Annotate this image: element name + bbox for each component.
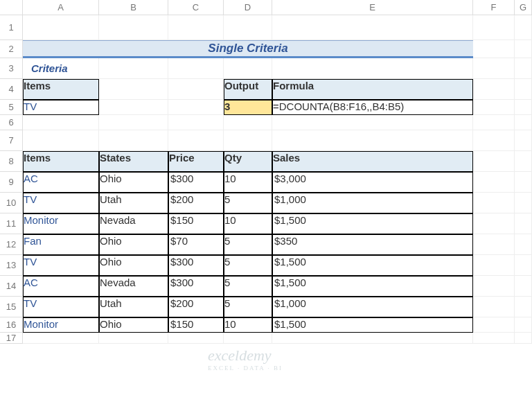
table-cell-qty[interactable]: 5 bbox=[224, 297, 272, 317]
cell[interactable] bbox=[473, 317, 515, 333]
cell[interactable] bbox=[473, 100, 515, 115]
cell[interactable] bbox=[515, 58, 532, 79]
table-cell-sales[interactable]: $3,000 bbox=[272, 172, 473, 193]
col-header-C[interactable]: C bbox=[168, 0, 224, 15]
cell[interactable] bbox=[23, 15, 99, 40]
cell[interactable] bbox=[473, 297, 515, 317]
table-cell-sales[interactable]: $1,500 bbox=[272, 255, 473, 276]
cell[interactable] bbox=[168, 100, 224, 115]
col-header-B[interactable]: B bbox=[99, 0, 168, 15]
cell[interactable] bbox=[99, 115, 168, 130]
table-cell-item[interactable]: Monitor bbox=[23, 213, 99, 234]
table-cell-item[interactable]: Fan bbox=[23, 234, 99, 255]
cell[interactable] bbox=[515, 193, 532, 213]
cell[interactable] bbox=[515, 276, 532, 297]
cell[interactable] bbox=[473, 58, 515, 79]
row-header-17[interactable]: 17 bbox=[0, 333, 23, 344]
cell[interactable] bbox=[515, 297, 532, 317]
cell[interactable] bbox=[473, 234, 515, 255]
cell[interactable] bbox=[272, 115, 473, 130]
table-cell-state[interactable]: Nevada bbox=[99, 213, 168, 234]
cell[interactable] bbox=[272, 15, 473, 40]
cell[interactable] bbox=[515, 234, 532, 255]
row-header-14[interactable]: 14 bbox=[0, 276, 23, 297]
table-cell-qty[interactable]: 5 bbox=[224, 255, 272, 276]
table-cell-state[interactable]: Ohio bbox=[99, 234, 168, 255]
table-cell-state[interactable]: Ohio bbox=[99, 255, 168, 276]
cell[interactable] bbox=[515, 100, 532, 115]
table-cell-qty[interactable]: 5 bbox=[224, 276, 272, 297]
col-header-D[interactable]: D bbox=[224, 0, 272, 15]
cell[interactable] bbox=[515, 317, 532, 333]
table-cell-price[interactable]: $150 bbox=[168, 317, 224, 333]
cell[interactable] bbox=[473, 276, 515, 297]
cell[interactable] bbox=[99, 79, 168, 100]
cell[interactable] bbox=[168, 15, 224, 40]
cell[interactable] bbox=[168, 58, 224, 79]
cell[interactable] bbox=[473, 40, 515, 58]
table-cell-qty[interactable]: 5 bbox=[224, 234, 272, 255]
cell[interactable] bbox=[168, 333, 224, 344]
row-header-15[interactable]: 15 bbox=[0, 297, 23, 317]
table-cell-sales[interactable]: $350 bbox=[272, 234, 473, 255]
table-cell-qty[interactable]: 5 bbox=[224, 193, 272, 213]
table-cell-item[interactable]: Monitor bbox=[23, 317, 99, 333]
output-value[interactable]: 3 bbox=[224, 100, 272, 115]
cell[interactable] bbox=[473, 15, 515, 40]
cell[interactable] bbox=[224, 115, 272, 130]
cell[interactable] bbox=[99, 333, 168, 344]
cell[interactable] bbox=[473, 79, 515, 100]
table-cell-state[interactable]: Utah bbox=[99, 297, 168, 317]
cell[interactable] bbox=[473, 115, 515, 130]
cell[interactable] bbox=[515, 40, 532, 58]
table-cell-qty[interactable]: 10 bbox=[224, 213, 272, 234]
table-cell-price[interactable]: $70 bbox=[168, 234, 224, 255]
table-cell-item[interactable]: AC bbox=[23, 172, 99, 193]
row-header-5[interactable]: 5 bbox=[0, 100, 23, 115]
cell[interactable] bbox=[515, 15, 532, 40]
row-header-11[interactable]: 11 bbox=[0, 213, 23, 234]
row-header-16[interactable]: 16 bbox=[0, 317, 23, 333]
row-header-7[interactable]: 7 bbox=[0, 130, 23, 151]
cell[interactable] bbox=[473, 333, 515, 344]
cell[interactable] bbox=[473, 213, 515, 234]
cell[interactable] bbox=[99, 100, 168, 115]
row-header-2[interactable]: 2 bbox=[0, 40, 23, 58]
cell[interactable] bbox=[515, 255, 532, 276]
cell[interactable] bbox=[473, 130, 515, 151]
table-cell-sales[interactable]: $1,500 bbox=[272, 317, 473, 333]
cell[interactable] bbox=[515, 115, 532, 130]
row-header-13[interactable]: 13 bbox=[0, 255, 23, 276]
table-cell-sales[interactable]: $1,500 bbox=[272, 276, 473, 297]
cell[interactable] bbox=[224, 58, 272, 79]
table-cell-price[interactable]: $300 bbox=[168, 172, 224, 193]
table-cell-qty[interactable]: 10 bbox=[224, 172, 272, 193]
table-cell-item[interactable]: TV bbox=[23, 255, 99, 276]
table-cell-qty[interactable]: 10 bbox=[224, 317, 272, 333]
cell[interactable] bbox=[224, 15, 272, 40]
cell[interactable] bbox=[515, 130, 532, 151]
formula-cell[interactable]: =DCOUNTA(B8:F16,,B4:B5) bbox=[272, 100, 473, 115]
table-cell-state[interactable]: Ohio bbox=[99, 317, 168, 333]
cell[interactable] bbox=[473, 172, 515, 193]
table-cell-state[interactable]: Utah bbox=[99, 193, 168, 213]
table-cell-sales[interactable]: $1,000 bbox=[272, 193, 473, 213]
cell[interactable] bbox=[272, 333, 473, 344]
col-header-G[interactable]: G bbox=[515, 0, 532, 15]
cell[interactable] bbox=[23, 115, 99, 130]
row-header-3[interactable]: 3 bbox=[0, 58, 23, 79]
table-cell-price[interactable]: $200 bbox=[168, 193, 224, 213]
cell[interactable] bbox=[473, 151, 515, 172]
cell[interactable] bbox=[168, 115, 224, 130]
row-header-8[interactable]: 8 bbox=[0, 151, 23, 172]
table-cell-price[interactable]: $200 bbox=[168, 297, 224, 317]
cell[interactable] bbox=[515, 151, 532, 172]
table-cell-state[interactable]: Nevada bbox=[99, 276, 168, 297]
col-header-A[interactable]: A bbox=[23, 0, 99, 15]
cell[interactable] bbox=[515, 333, 532, 344]
cell[interactable] bbox=[515, 213, 532, 234]
cell[interactable] bbox=[99, 58, 168, 79]
table-cell-price[interactable]: $150 bbox=[168, 213, 224, 234]
cell[interactable] bbox=[515, 172, 532, 193]
row-header-12[interactable]: 12 bbox=[0, 234, 23, 255]
